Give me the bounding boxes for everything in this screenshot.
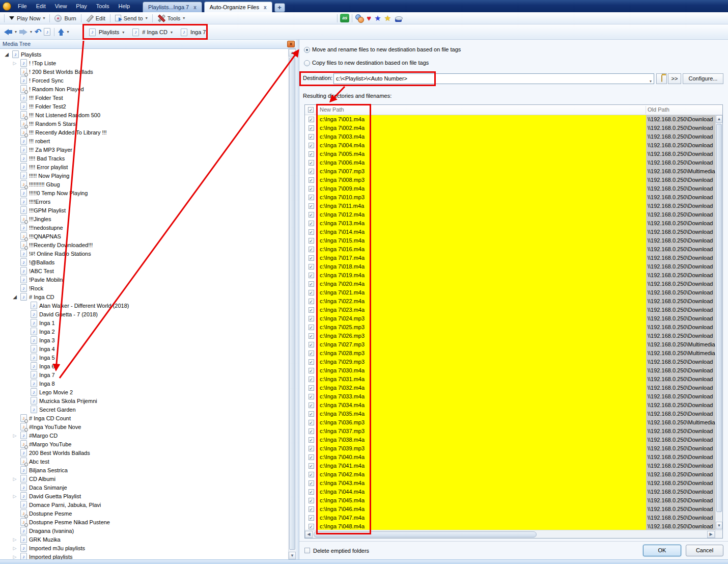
row-checkbox[interactable]: ✓ (309, 125, 314, 131)
tree-item[interactable]: ♪!!!!! Now Playing (0, 171, 288, 180)
love-track-button[interactable]: ♥ (365, 13, 373, 24)
tree-item[interactable]: ♪!!! Not Listened Random 500 (0, 111, 288, 119)
table-row[interactable]: ✓c:\Inga 7\018.m4a\\192.168.0.250\Downlo… (305, 262, 715, 271)
table-row[interactable]: ✓c:\Inga 7\016.m4a\\192.168.0.250\Downlo… (305, 245, 715, 254)
table-row[interactable]: ✓c:\Inga 7\007.mp3\\192.168.0.250\Multim… (305, 167, 715, 176)
select-all-checkbox[interactable]: ✓ (308, 107, 314, 113)
table-row[interactable]: ✓c:\Inga 7\033.m4a\\192.168.0.250\Downlo… (305, 392, 715, 401)
row-checkbox[interactable]: ✓ (309, 342, 314, 347)
collapsed-arrow-icon[interactable]: ▷ (11, 432, 18, 439)
table-row[interactable]: ✓c:\Inga 7\002.m4a\\192.168.0.250\Downlo… (305, 124, 715, 132)
row-checkbox[interactable]: ✓ (309, 385, 314, 391)
breadcrumb-item--inga-cd[interactable]: ♪# Inga CD▾ (130, 26, 175, 38)
chevron-down-icon[interactable]: ▾ (122, 30, 124, 35)
row-checkbox[interactable]: ✓ (309, 489, 314, 495)
row-checkbox[interactable]: ✓ (309, 333, 314, 339)
file-list-hscrollbar[interactable]: ◀ ▶ (305, 530, 715, 538)
row-checkbox[interactable]: ✓ (309, 290, 314, 296)
back-history-chevron-icon[interactable]: ▾ (15, 30, 17, 34)
forward-button[interactable] (19, 29, 27, 35)
tree-item[interactable]: ♪#Inga YouTube Nove (0, 422, 288, 431)
vscrollbar-thumb[interactable] (716, 124, 722, 512)
tree-item[interactable]: ◢♪Playlists (0, 50, 288, 59)
table-row[interactable]: ✓c:\Inga 7\048.m4a\\192.168.0.250\Downlo… (305, 522, 715, 530)
tree-item[interactable]: ♪Inga 7 (0, 370, 288, 379)
table-row[interactable]: ✓c:\Inga 7\013.m4a\\192.168.0.250\Downlo… (305, 219, 715, 228)
tree-item[interactable]: ♪Daca Snimanje (0, 483, 288, 492)
collapsed-arrow-icon[interactable]: ▷ (11, 536, 18, 543)
tree-item[interactable]: ♪!!!QNAPNAS (0, 232, 288, 240)
destination-combobox[interactable]: c:\<Playlist>\<Auto Number> ▾ (333, 73, 654, 84)
tab-playlists[interactable]: Playlists...Inga 7x (143, 2, 202, 12)
tree-item[interactable]: ▷♪! !Top Liste (0, 59, 288, 67)
row-checkbox[interactable]: ✓ (309, 325, 314, 330)
table-row[interactable]: ✓c:\Inga 7\020.m4a\\192.168.0.250\Downlo… (305, 280, 715, 288)
row-checkbox[interactable]: ✓ (309, 195, 314, 200)
row-checkbox[interactable]: ✓ (309, 169, 314, 174)
scroll-up-icon[interactable]: ▲ (289, 49, 296, 57)
table-row[interactable]: ✓c:\Inga 7\029.mp3\\192.168.0.250\Downlo… (305, 358, 715, 366)
row-checkbox[interactable]: ✓ (309, 160, 314, 166)
row-checkbox[interactable]: ✓ (309, 498, 314, 503)
column-header-new-path[interactable]: New Path (320, 106, 344, 113)
up-level-icon[interactable] (58, 29, 64, 36)
menu-file[interactable]: File (13, 0, 32, 12)
back-button[interactable] (4, 29, 12, 35)
row-checkbox[interactable]: ✓ (309, 420, 314, 425)
close-panel-button[interactable]: x (287, 41, 295, 47)
row-checkbox[interactable]: ✓ (309, 463, 314, 469)
tree-item[interactable]: ▷♪Imported playlists (0, 552, 288, 559)
table-row[interactable]: ✓c:\Inga 7\044.m4a\\192.168.0.250\Downlo… (305, 488, 715, 496)
row-checkbox[interactable]: ✓ (309, 377, 314, 382)
play-now-button[interactable]: Play Now ▾ (6, 13, 48, 24)
column-header-old-path[interactable]: Old Path (648, 106, 669, 113)
tree-item[interactable]: ▷♪GRK Muzika (0, 535, 288, 544)
table-row[interactable]: ✓c:\Inga 7\047.m4a\\192.168.0.250\Downlo… (305, 514, 715, 522)
table-row[interactable]: ✓c:\Inga 7\027.mp3\\192.168.0.250\Multim… (305, 340, 715, 349)
table-row[interactable]: ✓c:\Inga 7\028.mp3\\192.168.0.250\Multim… (305, 349, 715, 358)
collapsed-arrow-icon[interactable]: ▷ (11, 493, 18, 500)
tools-button[interactable]: Tools ▾ (154, 13, 189, 24)
row-checkbox[interactable]: ✓ (309, 515, 314, 521)
row-checkbox[interactable]: ✓ (309, 402, 314, 408)
send-to-button[interactable]: Send to ▾ (111, 13, 151, 24)
table-row[interactable]: ✓c:\Inga 7\009.m4a\\192.168.0.250\Downlo… (305, 184, 715, 193)
ok-button[interactable]: OK (643, 545, 681, 556)
row-checkbox[interactable]: ✓ (309, 143, 314, 148)
tree-item[interactable]: ♪!!!Jingles (0, 214, 288, 223)
row-checkbox[interactable]: ✓ (309, 411, 314, 417)
table-row[interactable]: ✓c:\Inga 7\034.m4a\\192.168.0.250\Downlo… (305, 401, 715, 410)
row-checkbox[interactable]: ✓ (309, 524, 314, 529)
row-checkbox[interactable]: ✓ (309, 247, 314, 252)
scroll-down-icon[interactable]: ▼ (289, 552, 296, 559)
tree-item[interactable]: ♪Lego Movie 2 (0, 388, 288, 396)
blue-star-button[interactable]: ★ (373, 13, 382, 24)
table-row[interactable]: ✓c:\Inga 7\017.m4a\\192.168.0.250\Downlo… (305, 254, 715, 262)
breadcrumb-item-playlists[interactable]: ♪Playlists▾ (87, 26, 127, 38)
tab-auto-organize-files[interactable]: Auto-Organize Filesx (204, 2, 272, 12)
tree-item[interactable]: ♪!ABC Test (0, 266, 288, 275)
tree-item[interactable]: ♪! 200 Best Worlds Ballads (0, 67, 288, 76)
table-row[interactable]: ✓c:\Inga 7\011.m4a\\192.168.0.250\Downlo… (305, 202, 715, 210)
close-tab-icon[interactable]: x (264, 5, 267, 10)
tree-item[interactable]: ◢♪# Inga CD (0, 292, 288, 301)
row-checkbox[interactable]: ✓ (309, 307, 314, 313)
row-checkbox[interactable]: ✓ (309, 480, 314, 486)
tree-item[interactable]: ♪!!! robert (0, 137, 288, 145)
table-row[interactable]: ✓c:\Inga 7\001.m4a\\192.168.0.250\Downlo… (305, 115, 715, 124)
table-row[interactable]: ✓c:\Inga 7\006.m4a\\192.168.0.250\Downlo… (305, 158, 715, 167)
tree-item[interactable]: ♪! Forced Sync (0, 76, 288, 85)
tree-item[interactable]: ♪Abc test (0, 457, 288, 466)
row-checkbox[interactable]: ✓ (309, 238, 314, 244)
tree-item[interactable]: ♪!!!nedostupne (0, 223, 288, 232)
collapsed-arrow-icon[interactable]: ▷ (11, 553, 18, 560)
table-row[interactable]: ✓c:\Inga 7\022.m4a\\192.168.0.250\Downlo… (305, 297, 715, 306)
row-checkbox[interactable]: ✓ (309, 281, 314, 287)
table-row[interactable]: ✓c:\Inga 7\019.m4a\\192.168.0.250\Downlo… (305, 271, 715, 280)
menu-play[interactable]: Play (71, 0, 91, 12)
scroll-up-icon[interactable]: ▲ (716, 115, 722, 123)
tree-item[interactable]: ♪!!! Za MP3 Player (0, 145, 288, 154)
table-row[interactable]: ✓c:\Inga 7\025.mp3\\192.168.0.250\Downlo… (305, 323, 715, 332)
combo-chevron-icon[interactable]: ▾ (650, 76, 652, 86)
row-checkbox[interactable]: ✓ (309, 255, 314, 261)
